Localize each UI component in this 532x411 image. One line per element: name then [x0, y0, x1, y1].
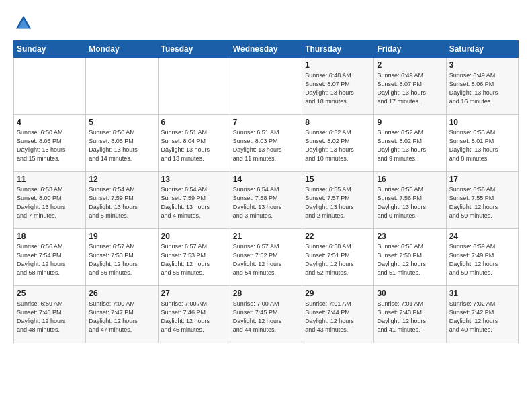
- calendar-cell: 4Sunrise: 6:50 AM Sunset: 8:05 PM Daylig…: [14, 115, 86, 172]
- day-info: Sunrise: 6:48 AM Sunset: 8:07 PM Dayligh…: [305, 71, 371, 106]
- day-number: 15: [305, 175, 371, 184]
- day-info: Sunrise: 6:57 AM Sunset: 7:53 PM Dayligh…: [161, 242, 227, 277]
- calendar-cell: 31Sunrise: 7:02 AM Sunset: 7:42 PM Dayli…: [446, 286, 518, 343]
- calendar-cell: 21Sunrise: 6:57 AM Sunset: 7:52 PM Dayli…: [230, 229, 302, 286]
- page-header: [13, 13, 519, 34]
- calendar-week-3: 11Sunrise: 6:53 AM Sunset: 8:00 PM Dayli…: [14, 172, 519, 229]
- day-info: Sunrise: 6:54 AM Sunset: 7:58 PM Dayligh…: [233, 185, 299, 220]
- day-info: Sunrise: 7:00 AM Sunset: 7:45 PM Dayligh…: [233, 300, 299, 334]
- weekday-header-monday: Monday: [86, 41, 158, 58]
- weekday-header-sunday: Sunday: [14, 41, 86, 58]
- day-info: Sunrise: 6:49 AM Sunset: 8:06 PM Dayligh…: [449, 71, 515, 106]
- day-info: Sunrise: 6:54 AM Sunset: 7:59 PM Dayligh…: [89, 185, 154, 220]
- calendar-table: SundayMondayTuesdayWednesdayThursdayFrid…: [13, 40, 519, 343]
- day-info: Sunrise: 6:59 AM Sunset: 7:49 PM Dayligh…: [449, 242, 515, 277]
- weekday-header-row: SundayMondayTuesdayWednesdayThursdayFrid…: [14, 41, 519, 58]
- day-info: Sunrise: 6:52 AM Sunset: 8:02 PM Dayligh…: [377, 128, 443, 163]
- day-number: 4: [17, 118, 83, 127]
- calendar-cell: 20Sunrise: 6:57 AM Sunset: 7:53 PM Dayli…: [158, 229, 230, 286]
- day-info: Sunrise: 6:57 AM Sunset: 7:52 PM Dayligh…: [233, 242, 299, 277]
- day-number: 24: [449, 232, 515, 241]
- day-number: 7: [233, 118, 299, 127]
- calendar-cell: 11Sunrise: 6:53 AM Sunset: 8:00 PM Dayli…: [14, 172, 86, 229]
- day-number: 10: [449, 118, 515, 127]
- calendar-cell: 15Sunrise: 6:55 AM Sunset: 7:57 PM Dayli…: [302, 172, 374, 229]
- day-info: Sunrise: 6:58 AM Sunset: 7:51 PM Dayligh…: [305, 242, 371, 277]
- calendar-cell: 14Sunrise: 6:54 AM Sunset: 7:58 PM Dayli…: [230, 172, 302, 229]
- day-info: Sunrise: 6:55 AM Sunset: 7:57 PM Dayligh…: [305, 185, 371, 220]
- day-number: 20: [161, 232, 227, 241]
- weekday-header-tuesday: Tuesday: [158, 41, 230, 58]
- calendar-cell: 1Sunrise: 6:48 AM Sunset: 8:07 PM Daylig…: [302, 58, 374, 115]
- calendar-cell: 13Sunrise: 6:54 AM Sunset: 7:59 PM Dayli…: [158, 172, 230, 229]
- calendar-cell: [230, 58, 302, 115]
- day-info: Sunrise: 7:01 AM Sunset: 7:43 PM Dayligh…: [377, 300, 443, 334]
- day-number: 25: [17, 289, 83, 298]
- calendar-cell: 17Sunrise: 6:56 AM Sunset: 7:55 PM Dayli…: [446, 172, 518, 229]
- calendar-cell: 6Sunrise: 6:51 AM Sunset: 8:04 PM Daylig…: [158, 115, 230, 172]
- day-number: 11: [17, 175, 83, 184]
- calendar-cell: 16Sunrise: 6:55 AM Sunset: 7:56 PM Dayli…: [374, 172, 446, 229]
- calendar-cell: 7Sunrise: 6:51 AM Sunset: 8:03 PM Daylig…: [230, 115, 302, 172]
- calendar-cell: 12Sunrise: 6:54 AM Sunset: 7:59 PM Dayli…: [86, 172, 158, 229]
- day-info: Sunrise: 6:49 AM Sunset: 8:07 PM Dayligh…: [377, 71, 443, 106]
- day-info: Sunrise: 6:55 AM Sunset: 7:56 PM Dayligh…: [377, 185, 443, 220]
- day-number: 23: [377, 232, 443, 241]
- logo: [13, 13, 36, 34]
- day-number: 5: [89, 118, 154, 127]
- calendar-cell: 27Sunrise: 7:00 AM Sunset: 7:46 PM Dayli…: [158, 286, 230, 343]
- day-info: Sunrise: 6:51 AM Sunset: 8:04 PM Dayligh…: [161, 128, 227, 163]
- calendar-cell: 3Sunrise: 6:49 AM Sunset: 8:06 PM Daylig…: [446, 58, 518, 115]
- day-number: 3: [449, 60, 515, 70]
- day-info: Sunrise: 6:53 AM Sunset: 8:00 PM Dayligh…: [17, 185, 83, 220]
- calendar-cell: 26Sunrise: 7:00 AM Sunset: 7:47 PM Dayli…: [86, 286, 158, 343]
- calendar-cell: 29Sunrise: 7:01 AM Sunset: 7:44 PM Dayli…: [302, 286, 374, 343]
- day-number: 22: [305, 232, 371, 241]
- day-number: 19: [89, 232, 154, 241]
- calendar-cell: 23Sunrise: 6:58 AM Sunset: 7:50 PM Dayli…: [374, 229, 446, 286]
- day-number: 17: [449, 175, 515, 184]
- day-info: Sunrise: 6:50 AM Sunset: 8:05 PM Dayligh…: [89, 128, 154, 163]
- calendar-week-4: 18Sunrise: 6:56 AM Sunset: 7:54 PM Dayli…: [14, 229, 519, 286]
- calendar-cell: 22Sunrise: 6:58 AM Sunset: 7:51 PM Dayli…: [302, 229, 374, 286]
- day-info: Sunrise: 7:01 AM Sunset: 7:44 PM Dayligh…: [305, 300, 371, 334]
- day-number: 8: [305, 118, 371, 127]
- day-number: 2: [377, 60, 443, 70]
- weekday-header-friday: Friday: [374, 41, 446, 58]
- calendar-cell: [14, 58, 86, 115]
- day-number: 28: [233, 289, 299, 298]
- calendar-cell: 19Sunrise: 6:57 AM Sunset: 7:53 PM Dayli…: [86, 229, 158, 286]
- day-info: Sunrise: 6:57 AM Sunset: 7:53 PM Dayligh…: [89, 242, 154, 277]
- day-number: 31: [449, 289, 515, 298]
- calendar-cell: 5Sunrise: 6:50 AM Sunset: 8:05 PM Daylig…: [86, 115, 158, 172]
- calendar-cell: 9Sunrise: 6:52 AM Sunset: 8:02 PM Daylig…: [374, 115, 446, 172]
- calendar-cell: 2Sunrise: 6:49 AM Sunset: 8:07 PM Daylig…: [374, 58, 446, 115]
- day-info: Sunrise: 6:54 AM Sunset: 7:59 PM Dayligh…: [161, 185, 227, 220]
- calendar-week-1: 1Sunrise: 6:48 AM Sunset: 8:07 PM Daylig…: [14, 58, 519, 115]
- day-info: Sunrise: 6:56 AM Sunset: 7:55 PM Dayligh…: [449, 185, 515, 220]
- day-number: 6: [161, 118, 227, 127]
- day-number: 30: [377, 289, 443, 298]
- day-number: 21: [233, 232, 299, 241]
- day-info: Sunrise: 6:59 AM Sunset: 7:48 PM Dayligh…: [17, 300, 83, 334]
- day-number: 16: [377, 175, 443, 184]
- weekday-header-wednesday: Wednesday: [230, 41, 302, 58]
- day-info: Sunrise: 6:52 AM Sunset: 8:02 PM Dayligh…: [305, 128, 371, 163]
- day-number: 26: [89, 289, 154, 298]
- day-number: 1: [305, 60, 371, 70]
- day-number: 12: [89, 175, 154, 184]
- day-number: 14: [233, 175, 299, 184]
- logo-icon: [13, 13, 34, 34]
- calendar-cell: 30Sunrise: 7:01 AM Sunset: 7:43 PM Dayli…: [374, 286, 446, 343]
- day-info: Sunrise: 7:00 AM Sunset: 7:46 PM Dayligh…: [161, 300, 227, 334]
- calendar-cell: [158, 58, 230, 115]
- day-info: Sunrise: 7:00 AM Sunset: 7:47 PM Dayligh…: [89, 300, 154, 334]
- calendar-cell: 25Sunrise: 6:59 AM Sunset: 7:48 PM Dayli…: [14, 286, 86, 343]
- calendar-week-2: 4Sunrise: 6:50 AM Sunset: 8:05 PM Daylig…: [14, 115, 519, 172]
- day-info: Sunrise: 6:58 AM Sunset: 7:50 PM Dayligh…: [377, 242, 443, 277]
- weekday-header-thursday: Thursday: [302, 41, 374, 58]
- day-number: 9: [377, 118, 443, 127]
- calendar-cell: [86, 58, 158, 115]
- calendar-cell: 10Sunrise: 6:53 AM Sunset: 8:01 PM Dayli…: [446, 115, 518, 172]
- day-info: Sunrise: 7:02 AM Sunset: 7:42 PM Dayligh…: [449, 300, 515, 334]
